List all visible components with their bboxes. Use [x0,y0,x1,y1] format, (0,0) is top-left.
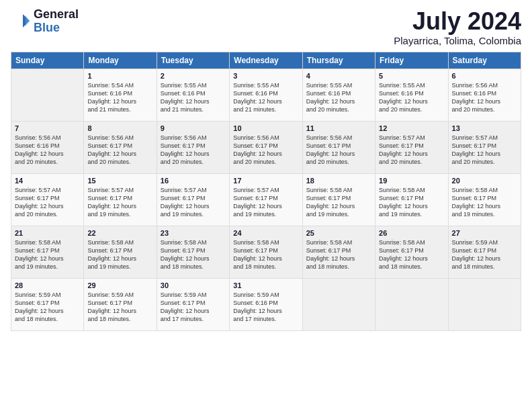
day-info: Sunrise: 5:57 AM Sunset: 6:17 PM Dayligh… [15,186,80,219]
day-info: Sunrise: 5:59 AM Sunset: 6:17 PM Dayligh… [452,238,517,271]
col-saturday: Saturday [448,52,521,68]
day-number: 23 [161,229,226,237]
table-row: 5Sunrise: 5:55 AM Sunset: 6:16 PM Daylig… [375,68,448,121]
table-row: 20Sunrise: 5:58 AM Sunset: 6:17 PM Dayli… [448,173,521,226]
day-number: 11 [306,124,371,132]
table-row: 16Sunrise: 5:57 AM Sunset: 6:17 PM Dayli… [157,173,229,226]
day-number: 13 [452,124,517,132]
day-info: Sunrise: 5:59 AM Sunset: 6:17 PM Dayligh… [15,291,80,324]
col-sunday: Sunday [11,52,84,68]
table-row [11,68,84,121]
day-number: 12 [379,124,444,132]
logo-icon [11,11,31,32]
calendar-week-3: 14Sunrise: 5:57 AM Sunset: 6:17 PM Dayli… [11,173,521,226]
day-number: 5 [379,72,444,80]
day-number: 9 [161,124,226,132]
page-container: General Blue July 2024 Playarrica, Tolim… [0,0,532,411]
table-row: 22Sunrise: 5:58 AM Sunset: 6:17 PM Dayli… [84,226,157,278]
table-row: 9Sunrise: 5:56 AM Sunset: 6:17 PM Daylig… [157,121,229,173]
day-number: 16 [161,177,226,185]
table-row: 12Sunrise: 5:57 AM Sunset: 6:17 PM Dayli… [375,121,448,173]
day-info: Sunrise: 5:56 AM Sunset: 6:17 PM Dayligh… [161,134,226,167]
table-row: 15Sunrise: 5:57 AM Sunset: 6:17 PM Dayli… [84,173,157,226]
day-number: 30 [161,281,226,289]
table-row: 18Sunrise: 5:58 AM Sunset: 6:17 PM Dayli… [302,173,375,226]
table-row: 8Sunrise: 5:56 AM Sunset: 6:17 PM Daylig… [84,121,157,173]
day-number: 19 [379,177,444,185]
table-row: 23Sunrise: 5:58 AM Sunset: 6:17 PM Dayli… [157,226,229,278]
title-block: July 2024 Playarrica, Tolima, Colombia [394,8,521,46]
day-number: 3 [233,72,298,80]
table-row: 14Sunrise: 5:57 AM Sunset: 6:17 PM Dayli… [11,173,84,226]
day-info: Sunrise: 5:58 AM Sunset: 6:17 PM Dayligh… [87,238,152,271]
day-info: Sunrise: 5:58 AM Sunset: 6:17 PM Dayligh… [306,186,371,219]
svg-marker-1 [26,15,30,26]
day-number: 7 [15,124,80,132]
calendar-week-5: 28Sunrise: 5:59 AM Sunset: 6:17 PM Dayli… [11,278,521,330]
calendar-table: Sunday Monday Tuesday Wednesday Thursday… [11,52,521,331]
day-info: Sunrise: 5:58 AM Sunset: 6:17 PM Dayligh… [379,186,444,219]
day-number: 18 [306,177,371,185]
header: General Blue July 2024 Playarrica, Tolim… [11,8,521,46]
day-info: Sunrise: 5:55 AM Sunset: 6:16 PM Dayligh… [379,81,444,114]
table-row: 27Sunrise: 5:59 AM Sunset: 6:17 PM Dayli… [448,226,521,278]
day-info: Sunrise: 5:55 AM Sunset: 6:16 PM Dayligh… [233,81,298,114]
table-row: 3Sunrise: 5:55 AM Sunset: 6:16 PM Daylig… [230,68,302,121]
day-info: Sunrise: 5:55 AM Sunset: 6:16 PM Dayligh… [306,81,371,114]
calendar-week-4: 21Sunrise: 5:58 AM Sunset: 6:17 PM Dayli… [11,226,521,278]
table-row: 11Sunrise: 5:56 AM Sunset: 6:17 PM Dayli… [302,121,375,173]
table-row: 1Sunrise: 5:54 AM Sunset: 6:16 PM Daylig… [84,68,157,121]
table-row: 6Sunrise: 5:56 AM Sunset: 6:16 PM Daylig… [448,68,521,121]
table-row: 25Sunrise: 5:58 AM Sunset: 6:17 PM Dayli… [302,226,375,278]
day-info: Sunrise: 5:55 AM Sunset: 6:16 PM Dayligh… [161,81,226,114]
table-row: 29Sunrise: 5:59 AM Sunset: 6:17 PM Dayli… [84,278,157,330]
table-row: 10Sunrise: 5:56 AM Sunset: 6:17 PM Dayli… [230,121,302,173]
table-row: 28Sunrise: 5:59 AM Sunset: 6:17 PM Dayli… [11,278,84,330]
logo-text: General Blue [34,8,79,35]
table-row: 19Sunrise: 5:58 AM Sunset: 6:17 PM Dayli… [375,173,448,226]
day-number: 20 [452,177,517,185]
day-info: Sunrise: 5:57 AM Sunset: 6:17 PM Dayligh… [452,134,517,167]
col-thursday: Thursday [302,52,375,68]
day-number: 1 [87,72,152,80]
day-info: Sunrise: 5:59 AM Sunset: 6:16 PM Dayligh… [233,291,298,324]
calendar-header-row: Sunday Monday Tuesday Wednesday Thursday… [11,52,521,68]
col-monday: Monday [84,52,157,68]
day-info: Sunrise: 5:57 AM Sunset: 6:17 PM Dayligh… [87,186,152,219]
col-tuesday: Tuesday [157,52,229,68]
calendar-week-2: 7Sunrise: 5:56 AM Sunset: 6:16 PM Daylig… [11,121,521,173]
day-number: 15 [87,177,152,185]
table-row: 7Sunrise: 5:56 AM Sunset: 6:16 PM Daylig… [11,121,84,173]
day-info: Sunrise: 5:56 AM Sunset: 6:17 PM Dayligh… [87,134,152,167]
table-row: 26Sunrise: 5:58 AM Sunset: 6:17 PM Dayli… [375,226,448,278]
day-info: Sunrise: 5:58 AM Sunset: 6:17 PM Dayligh… [306,238,371,271]
table-row: 21Sunrise: 5:58 AM Sunset: 6:17 PM Dayli… [11,226,84,278]
day-number: 27 [452,229,517,237]
day-info: Sunrise: 5:56 AM Sunset: 6:16 PM Dayligh… [452,81,517,114]
day-info: Sunrise: 5:57 AM Sunset: 6:17 PM Dayligh… [233,186,298,219]
month-title: July 2024 [394,8,521,35]
table-row [302,278,375,330]
calendar-week-1: 1Sunrise: 5:54 AM Sunset: 6:16 PM Daylig… [11,68,521,121]
day-info: Sunrise: 5:58 AM Sunset: 6:17 PM Dayligh… [379,238,444,271]
table-row [375,278,448,330]
day-number: 25 [306,229,371,237]
day-info: Sunrise: 5:58 AM Sunset: 6:17 PM Dayligh… [15,238,80,271]
day-number: 31 [233,281,298,289]
day-info: Sunrise: 5:58 AM Sunset: 6:17 PM Dayligh… [452,186,517,219]
col-wednesday: Wednesday [230,52,302,68]
table-row: 4Sunrise: 5:55 AM Sunset: 6:16 PM Daylig… [302,68,375,121]
day-info: Sunrise: 5:56 AM Sunset: 6:17 PM Dayligh… [233,134,298,167]
day-number: 24 [233,229,298,237]
day-number: 26 [379,229,444,237]
day-number: 8 [87,124,152,132]
day-number: 2 [161,72,226,80]
day-info: Sunrise: 5:54 AM Sunset: 6:16 PM Dayligh… [87,81,152,114]
day-info: Sunrise: 5:58 AM Sunset: 6:17 PM Dayligh… [233,238,298,271]
table-row: 24Sunrise: 5:58 AM Sunset: 6:17 PM Dayli… [230,226,302,278]
day-info: Sunrise: 5:56 AM Sunset: 6:16 PM Dayligh… [15,134,80,167]
day-info: Sunrise: 5:59 AM Sunset: 6:17 PM Dayligh… [87,291,152,324]
location-subtitle: Playarrica, Tolima, Colombia [394,35,521,46]
day-info: Sunrise: 5:59 AM Sunset: 6:17 PM Dayligh… [161,291,226,324]
table-row: 30Sunrise: 5:59 AM Sunset: 6:17 PM Dayli… [157,278,229,330]
